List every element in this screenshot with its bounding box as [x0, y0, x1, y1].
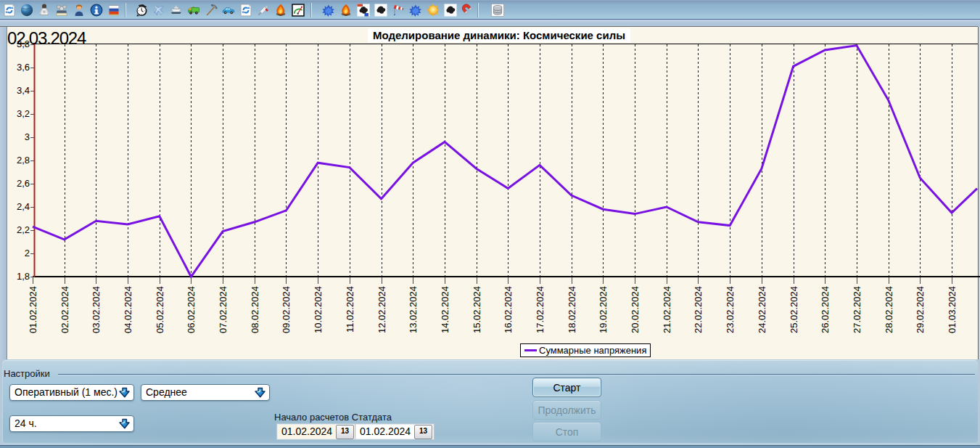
svg-text:03.02.2024: 03.02.2024 — [91, 286, 102, 333]
svg-text:25.02.2024: 25.02.2024 — [788, 286, 799, 333]
svg-text:12.02.2024: 12.02.2024 — [376, 286, 387, 333]
svg-text:3,2: 3,2 — [17, 108, 30, 119]
svg-text:2,8: 2,8 — [17, 155, 30, 166]
svg-text:2,2: 2,2 — [17, 224, 30, 235]
svg-text:11.02.2024: 11.02.2024 — [345, 286, 355, 333]
svg-text:13.02.2024: 13.02.2024 — [408, 286, 419, 333]
svg-text:17.02.2024: 17.02.2024 — [535, 286, 545, 333]
svg-text:01.03.2024: 01.03.2024 — [947, 286, 958, 333]
svg-text:24.02.2024: 24.02.2024 — [757, 286, 767, 333]
svg-text:02.02.2024: 02.02.2024 — [59, 286, 70, 333]
svg-text:19.02.2024: 19.02.2024 — [598, 286, 609, 333]
svg-text:29.02.2024: 29.02.2024 — [915, 286, 926, 333]
svg-text:01.02.2024: 01.02.2024 — [28, 286, 38, 333]
svg-text:28.02.2024: 28.02.2024 — [884, 286, 894, 333]
svg-text:26.02.2024: 26.02.2024 — [820, 286, 831, 333]
svg-text:18.02.2024: 18.02.2024 — [567, 286, 577, 333]
svg-text:3: 3 — [25, 131, 30, 142]
svg-text:22.02.2024: 22.02.2024 — [693, 286, 704, 333]
svg-text:06.02.2024: 06.02.2024 — [186, 286, 197, 333]
svg-text:27.02.2024: 27.02.2024 — [852, 286, 862, 333]
svg-text:16.02.2024: 16.02.2024 — [503, 286, 514, 333]
svg-text:07.02.2024: 07.02.2024 — [218, 286, 228, 333]
svg-text:14.02.2024: 14.02.2024 — [440, 286, 450, 333]
svg-text:2: 2 — [25, 248, 30, 258]
svg-text:3,4: 3,4 — [17, 85, 30, 96]
svg-text:3,6: 3,6 — [17, 62, 30, 73]
svg-text:23.02.2024: 23.02.2024 — [725, 286, 736, 333]
svg-text:04.02.2024: 04.02.2024 — [123, 286, 133, 333]
svg-text:05.02.2024: 05.02.2024 — [155, 286, 165, 333]
svg-text:20.02.2024: 20.02.2024 — [630, 286, 641, 333]
svg-text:1,8: 1,8 — [17, 271, 30, 282]
svg-text:09.02.2024: 09.02.2024 — [281, 286, 292, 333]
svg-text:10.02.2024: 10.02.2024 — [313, 286, 324, 333]
svg-text:21.02.2024: 21.02.2024 — [662, 286, 672, 333]
svg-text:08.02.2024: 08.02.2024 — [250, 286, 260, 333]
svg-text:2,4: 2,4 — [17, 201, 30, 212]
svg-text:2,6: 2,6 — [17, 178, 30, 189]
svg-text:15.02.2024: 15.02.2024 — [472, 286, 482, 333]
